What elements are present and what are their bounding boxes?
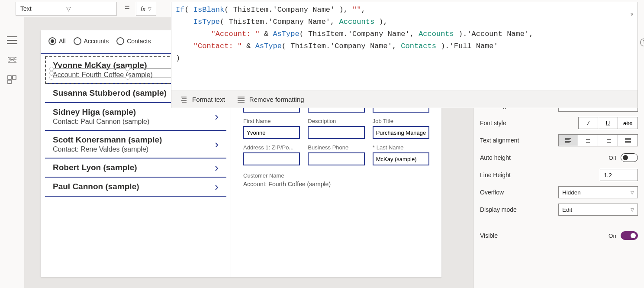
property-selector-value: Text	[20, 5, 66, 12]
chevron-down-icon: ▽	[66, 5, 112, 12]
property-selector[interactable]: Text ▽	[16, 2, 117, 16]
equals-sign: =	[125, 3, 130, 13]
fx-button[interactable]: fx ▽	[136, 2, 156, 16]
fx-label: fx	[141, 5, 146, 13]
formula-bar[interactable]: If( IsBlank( ThisItem.'Company Name' ), …	[171, 2, 638, 17]
formula-collapse-icon[interactable]: ▽	[631, 9, 633, 17]
chevron-down-icon: ▽	[148, 6, 151, 11]
